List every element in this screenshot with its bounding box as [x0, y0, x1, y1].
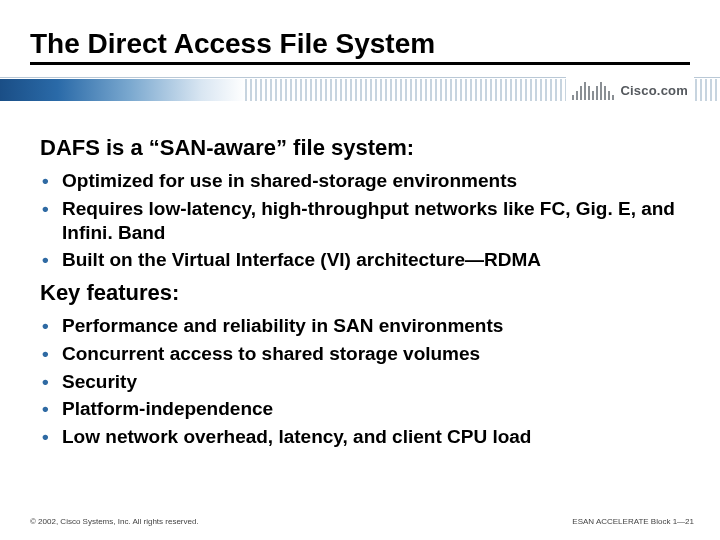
section1-heading: DAFS is a “SAN-aware” file system:	[40, 135, 688, 161]
cisco-logo: Cisco.com	[566, 77, 694, 103]
bullet-item: Performance and reliability in SAN envir…	[40, 314, 688, 338]
section2-heading: Key features:	[40, 280, 688, 306]
bullet-item: Security	[40, 370, 688, 394]
slide: The Direct Access File System Cisco.com …	[0, 0, 720, 540]
section1-bullets: Optimized for use in shared-storage envi…	[40, 169, 688, 272]
slide-reference: ESAN ACCELERATE Block 1—21	[572, 517, 694, 526]
title-zone: The Direct Access File System	[0, 0, 720, 71]
bullet-item: Low network overhead, latency, and clien…	[40, 425, 688, 449]
bullet-item: Built on the Virtual Interface (VI) arch…	[40, 248, 688, 272]
cisco-logo-text: Cisco.com	[620, 83, 688, 98]
bullet-item: Platform-independence	[40, 397, 688, 421]
bullet-item: Requires low-latency, high-throughput ne…	[40, 197, 688, 245]
cisco-logo-icon	[572, 80, 614, 100]
section2-bullets: Performance and reliability in SAN envir…	[40, 314, 688, 449]
copyright-text: © 2002, Cisco Systems, Inc. All rights r…	[30, 517, 199, 526]
divider-band: Cisco.com	[0, 73, 720, 107]
slide-title: The Direct Access File System	[30, 28, 690, 65]
content-area: DAFS is a “SAN-aware” file system: Optim…	[0, 107, 720, 449]
bullet-item: Concurrent access to shared storage volu…	[40, 342, 688, 366]
bullet-item: Optimized for use in shared-storage envi…	[40, 169, 688, 193]
footer: © 2002, Cisco Systems, Inc. All rights r…	[30, 517, 694, 526]
